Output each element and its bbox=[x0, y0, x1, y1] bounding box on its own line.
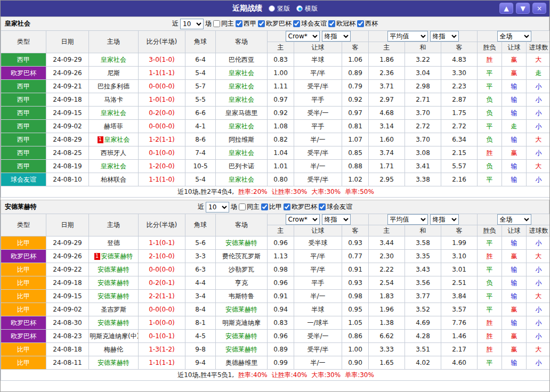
league-filter-checkbox[interactable] bbox=[328, 20, 335, 27]
odds-away-cell: 0.93 bbox=[342, 276, 369, 290]
avg-draw-cell: 3.43 bbox=[405, 263, 441, 276]
same-venue-checkbox-option[interactable]: 同主 bbox=[213, 19, 234, 28]
col-header-type: 类型 bbox=[1, 31, 46, 53]
avg-draw-cell: 2.98 bbox=[405, 80, 441, 93]
avg-home-cell: 4.68 bbox=[369, 107, 405, 120]
league-filter-checkbox[interactable] bbox=[258, 20, 265, 27]
avg-draw-cell: 3.38 bbox=[405, 173, 441, 186]
odds-home-cell: 1.08 bbox=[268, 120, 294, 133]
odds-stage-select[interactable]: 终指 bbox=[322, 31, 351, 42]
avg-home-cell: 1.60 bbox=[369, 133, 405, 146]
corner-cell: 5-7 bbox=[185, 80, 216, 93]
league-filter-checkbox-option[interactable]: 欧冠杯 bbox=[328, 19, 355, 28]
odds-away-cell: 0.90 bbox=[342, 356, 369, 370]
filter-bar: 近10场同主比甲欧罗巴杯球会友谊 bbox=[198, 202, 352, 213]
same-venue-checkbox-label: 同主 bbox=[247, 202, 260, 211]
scope-select[interactable]: 全场 bbox=[497, 31, 531, 42]
summary-record: 近10场,胜2平4负4, bbox=[177, 188, 234, 195]
team-name: 安德莱赫特 bbox=[5, 202, 37, 211]
goals-result-cell: 大 bbox=[527, 250, 550, 263]
away-team-cell: 巴伦西亚 bbox=[216, 53, 268, 67]
close-button[interactable]: × bbox=[532, 3, 546, 14]
match-row: 西甲24-09-21巴拉多利德0-0(0-0)5-7皇家社会1.11受平/半0.… bbox=[1, 80, 550, 93]
home-team-cell: 皇家社会 bbox=[89, 160, 139, 173]
handicap-result-cell: 输 bbox=[502, 80, 527, 93]
same-venue-checkbox-option[interactable]: 同主 bbox=[239, 202, 260, 211]
league-filter-checkbox-option[interactable]: 西甲 bbox=[236, 19, 256, 28]
handicap-result-cell: 输 bbox=[502, 93, 527, 107]
avg-draw-cell: 3.70 bbox=[405, 107, 441, 120]
avg-stage-select[interactable]: 终指 bbox=[430, 214, 459, 225]
col-subheader: 和 bbox=[405, 42, 441, 53]
handicap-result-cell: 输 bbox=[502, 173, 527, 186]
scroll-up-button[interactable]: ▲ bbox=[499, 3, 513, 14]
league-filter-checkbox[interactable] bbox=[319, 203, 326, 210]
same-venue-checkbox[interactable] bbox=[239, 203, 246, 210]
avg-draw-cell: 3.56 bbox=[405, 276, 441, 290]
match-count-select[interactable]: 10 bbox=[206, 202, 229, 213]
avg-home-cell: 2.22 bbox=[369, 263, 405, 276]
match-count-select[interactable]: 10 bbox=[180, 19, 204, 29]
league-filter-checkbox-option[interactable]: 比甲 bbox=[261, 202, 282, 211]
odds-company-select[interactable]: Crow* bbox=[286, 214, 320, 225]
away-team-cell: 皇家社会 bbox=[216, 120, 268, 133]
league-filter-checkbox-option[interactable]: 欧罗巴杯 bbox=[284, 202, 317, 211]
home-team-cell: 安德莱赫特 bbox=[89, 263, 139, 276]
avg-home-cell: 6.62 bbox=[369, 330, 405, 343]
corner-cell: 5-4 bbox=[185, 67, 216, 80]
layout-horizontal-radio[interactable]: 横版 bbox=[296, 4, 318, 13]
league-filter-checkbox[interactable] bbox=[357, 20, 364, 27]
league-filter-checkbox-option[interactable]: 西杯 bbox=[357, 19, 378, 28]
handicap-line-cell: 一/球半 bbox=[294, 316, 342, 330]
score-cell: 1-1(0-1) bbox=[139, 236, 185, 250]
summary-stat: 让胜率:40% bbox=[272, 371, 308, 379]
odds-away-cell: 0.93 bbox=[342, 236, 369, 250]
league-badge: 欧罗巴杯 bbox=[1, 250, 46, 263]
scope-select[interactable]: 全场 bbox=[497, 214, 531, 225]
avg-type-select[interactable]: 平均值 bbox=[387, 214, 428, 225]
match-row: 西甲24-08-19皇家社会1-2(0-0)10-5巴列卡诺1.01半/一0.8… bbox=[1, 160, 550, 173]
odds-stage-select[interactable]: 终指 bbox=[322, 214, 351, 225]
match-row: 球会友谊24-08-10柏林联合1-1(1-0)5-4皇家社会0.80受平/半1… bbox=[1, 173, 550, 186]
handicap-line-cell: 受半/一 bbox=[294, 330, 342, 343]
odds-company-select[interactable]: Crow* bbox=[286, 31, 320, 42]
home-team-cell: 马洛卡 bbox=[89, 93, 139, 107]
handicap-result-cell: 输 bbox=[502, 316, 527, 330]
avg-away-cell: 4.83 bbox=[441, 53, 478, 67]
scroll-down-button[interactable]: ▼ bbox=[516, 3, 530, 14]
handicap-line-cell: 受平/半 bbox=[294, 173, 342, 186]
home-team-cell: 登德 bbox=[89, 236, 139, 250]
league-filter-checkbox[interactable] bbox=[293, 20, 300, 27]
radio-label-vertical: 竖版 bbox=[277, 4, 290, 13]
odds-home-cell: 0.83 bbox=[268, 316, 294, 330]
avg-away-cell: 3.30 bbox=[441, 67, 478, 80]
summary-stat: 胜率:20% bbox=[238, 188, 268, 195]
handicap-result-cell: 输 bbox=[502, 107, 527, 120]
league-filter-checkbox-option[interactable]: 欧罗巴杯 bbox=[258, 19, 292, 28]
home-team-cell: 安德莱赫特 bbox=[89, 316, 139, 330]
radio-label-horizontal: 横版 bbox=[305, 4, 318, 13]
league-filter-checkbox[interactable] bbox=[236, 20, 242, 27]
league-filter-checkbox-option[interactable]: 球会友谊 bbox=[293, 19, 327, 28]
layout-vertical-radio[interactable]: 竖版 bbox=[269, 4, 290, 13]
handicap-line-cell: 平手 bbox=[294, 120, 342, 133]
league-filter-checkbox-option[interactable]: 球会友谊 bbox=[319, 202, 352, 211]
result-cell: 胜 bbox=[478, 316, 502, 330]
home-team-cell: 安德莱赫特 bbox=[89, 356, 139, 370]
scope-select-cell: 全场 bbox=[478, 214, 550, 225]
avg-stage-select[interactable]: 终指 bbox=[430, 31, 459, 42]
odds-away-cell: 0.79 bbox=[342, 80, 369, 93]
summary-row: 近10场,胜4平5负1,胜率:40%让胜率:40%大率:30%单率:30% bbox=[1, 370, 550, 381]
avg-type-select[interactable]: 平均值 bbox=[387, 31, 428, 42]
league-filter-checkbox[interactable] bbox=[261, 203, 268, 210]
handicap-line-cell: 半球 bbox=[294, 303, 342, 316]
avg-home-cell: 2.95 bbox=[369, 173, 405, 186]
league-filter-checkbox[interactable] bbox=[284, 203, 290, 210]
same-venue-checkbox[interactable] bbox=[213, 20, 220, 27]
avg-home-cell: 1.38 bbox=[369, 316, 405, 330]
goals-result-cell: 小 bbox=[527, 107, 550, 120]
corner-cell: 6-4 bbox=[185, 53, 216, 67]
away-team-cell: 巴列卡诺 bbox=[216, 160, 268, 173]
odds-away-cell: 0.98 bbox=[342, 290, 369, 303]
league-badge: 球会友谊 bbox=[1, 173, 46, 186]
